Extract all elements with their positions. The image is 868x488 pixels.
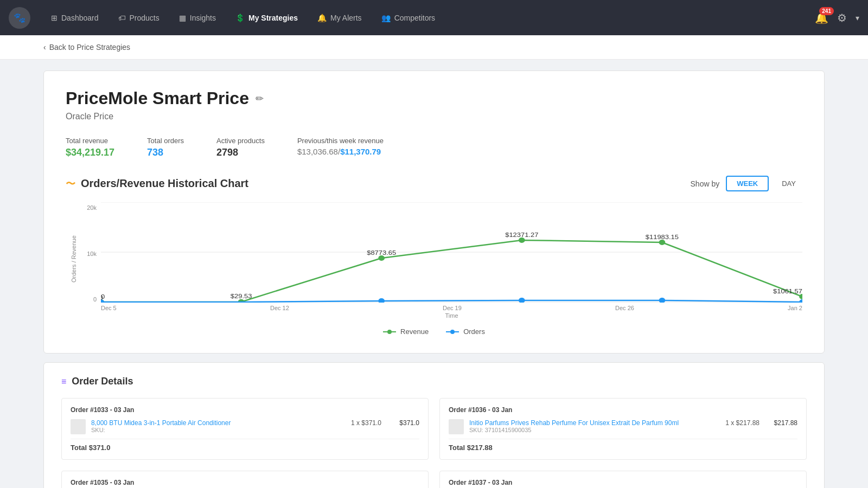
page-subtitle: Oracle Price xyxy=(66,112,802,121)
week-button[interactable]: WEEK xyxy=(726,176,769,191)
order-1036-thumb xyxy=(449,419,464,434)
stat-total-orders-value: 738 xyxy=(147,147,184,158)
order-1036-qty: 1 x $217.88 xyxy=(716,419,760,427)
order-card-1035: Order #1035 - 03 Jan Air Jordan 14 Retro… xyxy=(61,471,429,488)
x-labels-row: Dec 5 Dec 12 Dec 19 Dec 26 Jan 2 xyxy=(101,303,802,311)
stat-total-orders-label: Total orders xyxy=(147,137,184,145)
y-label-10k: 10k xyxy=(87,251,97,257)
nav-right: 🔔 241 ⚙ ▾ xyxy=(815,11,859,24)
back-link[interactable]: Back to Price Strategies xyxy=(49,43,130,52)
nav-item-insights[interactable]: ▦ Insights xyxy=(169,0,226,35)
orders-dot-4 xyxy=(799,299,802,303)
dashboard-icon: ⊞ xyxy=(51,14,58,22)
insights-icon: ▦ xyxy=(179,14,186,22)
edit-icon[interactable]: ✏ xyxy=(256,93,264,105)
order-1036-details: Initio Parfums Prives Rehab Perfume For … xyxy=(469,419,711,433)
order-card-1036: Order #1036 - 03 Jan Initio Parfums Priv… xyxy=(439,398,807,460)
chart-title-icon: 〜 xyxy=(66,177,75,190)
stat-prev-week-value: $13,036.68/$11,370.79 xyxy=(297,147,384,156)
notification-bell[interactable]: 🔔 241 xyxy=(815,11,828,24)
main-card: PriceMole Smart Price ✏ Oracle Price Tot… xyxy=(43,70,825,354)
legend-orders-line xyxy=(446,331,459,332)
rev-label-1: $29.53 xyxy=(231,293,252,300)
x-axis-title: Time xyxy=(101,312,802,319)
revenue-line xyxy=(101,240,802,302)
breadcrumb-bar: ‹ Back to Price Strategies xyxy=(0,35,868,60)
order-1036-product[interactable]: Initio Parfums Prives Rehab Perfume For … xyxy=(469,419,711,427)
y-label-20k: 20k xyxy=(87,204,97,211)
page-title-row: PriceMole Smart Price ✏ xyxy=(66,88,802,108)
order-1037-header: Order #1037 - 03 Jan xyxy=(449,479,797,486)
stat-total-revenue-label: Total revenue xyxy=(66,137,114,145)
order-1033-qty: 1 x $371.0 xyxy=(338,419,381,427)
x-label-dec19: Dec 19 xyxy=(443,305,462,311)
competitors-icon: 👥 xyxy=(381,14,391,22)
nav-item-my-strategies[interactable]: 💲 My Strategies xyxy=(226,0,308,35)
stat-prev-week-label: Previous/this week revenue xyxy=(297,137,384,145)
orders-dot-3 xyxy=(659,298,666,303)
orders-dot-2 xyxy=(519,298,525,303)
stat-active-products-value: 2798 xyxy=(216,147,265,158)
stat-total-orders: Total orders 738 xyxy=(147,137,184,158)
back-arrow-icon: ‹ xyxy=(43,43,46,52)
order-1033-total: Total $371.0 xyxy=(71,439,419,452)
order-1033-product[interactable]: 8,000 BTU Midea 3-in-1 Portable Air Cond… xyxy=(91,419,333,427)
order-1036-sku: SKU: 37101415900035 xyxy=(469,427,711,433)
chart-header: 〜 Orders/Revenue Historical Chart Show b… xyxy=(66,176,802,191)
rev-label-3: $12371.27 xyxy=(505,232,538,239)
y-label-0: 0 xyxy=(93,296,97,303)
order-1036-price: $217.88 xyxy=(765,419,797,427)
logo-icon: 🐾 xyxy=(14,12,25,24)
stat-total-revenue: Total revenue $34,219.17 xyxy=(66,137,114,158)
orders-title-icon: ≡ xyxy=(61,377,66,387)
products-icon: 🏷 xyxy=(118,14,126,22)
chart-legend: Revenue Orders xyxy=(66,328,802,336)
x-label-jan2: Jan 2 xyxy=(788,305,802,311)
y-axis-title: Orders / Revenue xyxy=(66,202,82,319)
nav-item-competitors[interactable]: 👥 Competitors xyxy=(372,0,445,35)
day-button[interactable]: DAY xyxy=(775,177,802,190)
legend-revenue-line xyxy=(383,331,396,332)
chart-section: 〜 Orders/Revenue Historical Chart Show b… xyxy=(66,176,802,336)
rev-label-5: $1061.57 xyxy=(773,288,802,295)
order-1036-item: Initio Parfums Prives Rehab Perfume For … xyxy=(449,419,797,434)
top-navigation: 🐾 ⊞ Dashboard 🏷 Products ▦ Insights 💲 My… xyxy=(0,0,868,35)
notification-badge: 241 xyxy=(819,7,834,15)
nav-item-products[interactable]: 🏷 Products xyxy=(108,0,169,35)
stat-active-products-label: Active products xyxy=(216,137,265,145)
stat-total-revenue-value: $34,219.17 xyxy=(66,147,114,158)
order-1035-header: Order #1035 - 03 Jan xyxy=(71,479,419,486)
nav-item-dashboard[interactable]: ⊞ Dashboard xyxy=(41,0,108,35)
order-1033-details: 8,000 BTU Midea 3-in-1 Portable Air Cond… xyxy=(91,419,333,433)
alerts-icon: 🔔 xyxy=(317,14,327,22)
strategies-icon: 💲 xyxy=(235,14,245,22)
stat-prev-week: Previous/this week revenue $13,036.68/$1… xyxy=(297,137,384,158)
x-label-dec12: Dec 12 xyxy=(270,305,289,311)
dropdown-chevron-icon[interactable]: ▾ xyxy=(856,14,859,22)
rev-label-4: $11983.15 xyxy=(646,234,679,241)
order-1036-header: Order #1036 - 03 Jan xyxy=(449,406,797,414)
orders-grid: Order #1033 - 03 Jan 8,000 BTU Midea 3-i… xyxy=(61,398,807,488)
order-1033-header: Order #1033 - 03 Jan xyxy=(71,406,419,414)
chart-title: 〜 Orders/Revenue Historical Chart xyxy=(66,177,248,190)
gear-icon[interactable]: ⚙ xyxy=(837,11,847,24)
orders-section-title: ≡ Order Details xyxy=(61,376,807,387)
logo[interactable]: 🐾 xyxy=(9,7,30,29)
nav-item-my-alerts[interactable]: 🔔 My Alerts xyxy=(308,0,372,35)
x-label-dec5: Dec 5 xyxy=(101,305,117,311)
order-1033-item: 8,000 BTU Midea 3-in-1 Portable Air Cond… xyxy=(71,419,419,434)
x-label-dec26: Dec 26 xyxy=(615,305,634,311)
page-title: PriceMole Smart Price xyxy=(66,88,249,108)
orders-dot-1 xyxy=(378,298,385,303)
ord-label-0: 0 xyxy=(101,294,103,301)
order-1033-sku: SKU: xyxy=(91,427,333,433)
stat-active-products: Active products 2798 xyxy=(216,137,265,158)
show-by-label: Show by xyxy=(691,179,720,188)
nav-items: ⊞ Dashboard 🏷 Products ▦ Insights 💲 My S… xyxy=(41,0,815,35)
chart-svg-container: $0 $29.53 $8773.65 $12371.27 $11983.15 $… xyxy=(101,202,802,319)
legend-orders: Orders xyxy=(446,328,485,336)
order-1033-price: $371.0 xyxy=(387,419,419,427)
rev-label-2: $8773.65 xyxy=(367,249,396,256)
order-card-1037: Order #1037 - 03 Jan Initio Parfums Priv… xyxy=(439,471,807,488)
stats-row: Total revenue $34,219.17 Total orders 73… xyxy=(66,137,802,158)
